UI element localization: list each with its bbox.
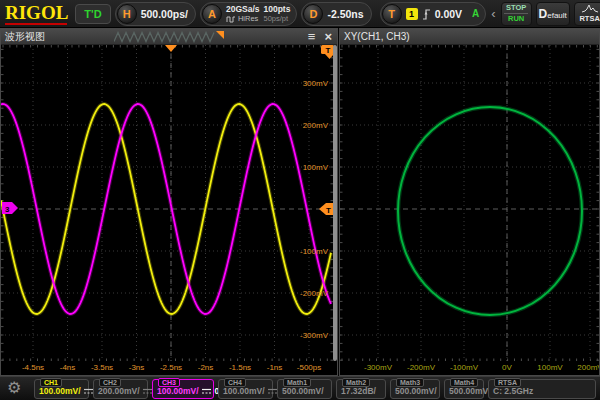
channel-box-math2[interactable]: Math217.32dB/ <box>336 379 386 399</box>
waveform-view-title: 波形视图 <box>5 30 45 44</box>
acquisition-info: 20GSa/s HiRes <box>226 5 260 23</box>
time-tick-label: -1ns <box>267 363 283 372</box>
xy-view-title: XY(CH1, CH3) <box>344 31 410 42</box>
vertical-scrollbar[interactable] <box>333 45 337 361</box>
xy-tick-label: 200mV <box>577 363 599 372</box>
xy-tick-label: -300mV <box>364 363 392 372</box>
channel-scale-value: 100.00mV/0 <box>157 386 219 396</box>
voltage-tick-label: 200mV <box>303 121 328 130</box>
channel-scale-value: 500.00mV/ <box>282 386 324 396</box>
stop-label: STOP <box>504 3 528 14</box>
delay-knob[interactable]: D <box>303 4 323 24</box>
time-tick-label: -1.5ns <box>229 363 251 372</box>
xy-tick-label: -100mV <box>450 363 478 372</box>
time-tick-label: -4ns <box>60 363 76 372</box>
xy-tick-label: 0V <box>502 363 512 372</box>
xy-view-titlebar[interactable]: XY(CH1, CH3) <box>340 29 599 45</box>
trigger-mode-badge[interactable]: A <box>472 8 484 19</box>
time-axis-labels: -4.5ns-4ns-3.5ns-3ns-2.5ns-2ns-1.5ns-1ns… <box>1 361 337 375</box>
channel-scale-value: C: 2.5GHz <box>493 386 533 396</box>
dc-coupling-icon <box>202 388 212 395</box>
voltage-tick-label: 100mV <box>303 163 328 172</box>
time-tick-label: -2ns <box>198 363 214 372</box>
channel-scale-value: 100.00mV/0 <box>223 386 285 396</box>
trigger-position-marker[interactable] <box>165 45 177 52</box>
xy-view-window: XY(CH1, CH3) -300mV-200mV-100mV0V100mV20… <box>339 28 600 376</box>
timebase-value[interactable]: 500.00ps/ <box>141 8 194 20</box>
collapse-toolbar-icon[interactable]: ‹ <box>490 6 496 21</box>
xy-tick-label: 100mV <box>537 363 562 372</box>
channel-scale-value: 17.32dB/ <box>341 386 376 396</box>
xy-tick-label: -200mV <box>407 363 435 372</box>
waveform-view-titlebar[interactable]: 波形视图 ≡ × <box>1 29 337 45</box>
delay-group[interactable]: D -2.50ns <box>301 2 371 26</box>
channel-box-ch2[interactable]: CH2200.00mV/0 <box>93 379 148 399</box>
xy-grid-area <box>340 45 599 361</box>
trigger-status-badge: T'D <box>75 4 110 24</box>
rtsa-label: RTSA <box>579 14 599 23</box>
time-tick-label: -3ns <box>129 363 145 372</box>
trigger-level-value[interactable]: 0.00V <box>435 8 468 20</box>
channel-box-rtsa[interactable]: RTSAC: 2.5GHz <box>488 379 596 399</box>
xy-trace <box>398 107 582 315</box>
svg-text:T: T <box>326 206 331 215</box>
channel-box-ch3[interactable]: CH3100.00mV/0 <box>152 379 214 399</box>
default-label: Default <box>539 7 567 21</box>
sample-rate: 20GSa/s <box>226 5 260 14</box>
channel-scale-value: 500.00mV/ <box>449 386 491 396</box>
waveform-overview-pattern <box>114 31 226 43</box>
waveform-canvas: TT3 <box>1 45 337 361</box>
time-tick-label: -500ps <box>297 363 321 372</box>
channel-scale-value: 100.00mV/0 <box>39 386 101 396</box>
run-stop-button[interactable]: STOP RUN <box>501 2 532 26</box>
overview-end-marker <box>216 31 224 39</box>
hires-waveform-icon <box>226 15 236 23</box>
spectrum-icon <box>582 4 598 13</box>
horizontal-group[interactable]: H 500.00ps/ <box>115 2 196 26</box>
waveform-view-window: 波形视图 ≡ × TT3 300mV200mV100mV-100mV-200mV… <box>0 28 338 376</box>
acquire-knob[interactable]: A <box>202 4 222 24</box>
svg-text:T: T <box>326 46 331 55</box>
rising-edge-icon[interactable] <box>422 8 431 20</box>
rigol-logo: RIGOL <box>3 2 71 25</box>
channel-box-math4[interactable]: Math4500.00mV/ <box>444 379 484 399</box>
menu-icon[interactable]: ≡ <box>308 29 316 44</box>
voltage-tick-label: 300mV <box>303 79 328 88</box>
window-icons: ≡ × <box>308 29 332 44</box>
trigger-source-badge[interactable]: 1 <box>406 8 418 20</box>
top-toolbar: RIGOL T'D H 500.00ps/ A 20GSa/s HiRes 10… <box>0 0 600 28</box>
channel-box-math3[interactable]: Math3500.00mV/ <box>390 379 440 399</box>
waveform-grid-area: TT3 300mV200mV100mV-100mV-200mV-300mV <box>1 45 337 361</box>
channel-scale-value: 500.00mV/ <box>395 386 437 396</box>
xy-canvas <box>340 45 599 361</box>
channel-status-bar: ⚙ CH1100.00mV/0CH2200.00mV/0CH3100.00mV/… <box>0 376 600 400</box>
time-tick-label: -2.5ns <box>160 363 182 372</box>
acq-mode: HiRes <box>226 15 260 23</box>
trigger-group[interactable]: T 1 0.00V A <box>380 2 487 26</box>
run-label: RUN <box>508 14 524 24</box>
acq-mode-label: HiRes <box>238 15 258 23</box>
voltage-tick-label: -300mV <box>300 331 328 340</box>
acquire-group[interactable]: A 20GSa/s HiRes 100pts 50ps/pt <box>200 2 298 26</box>
channel-box-ch4[interactable]: CH4100.00mV/0 <box>218 379 273 399</box>
voltage-tick-label: -100mV <box>300 247 328 256</box>
channel-scale-value: 200.00mV/0 <box>98 386 160 396</box>
time-tick-label: -4.5ns <box>22 363 44 372</box>
xy-axis-labels: -300mV-200mV-100mV0V100mV200mV <box>340 361 599 375</box>
memory-info: 100pts 50ps/pt <box>264 5 296 23</box>
channel-box-math1[interactable]: Math1500.00mV/ <box>277 379 332 399</box>
rtsa-button[interactable]: RTSA <box>574 2 600 26</box>
horizontal-knob[interactable]: H <box>117 4 137 24</box>
channel-box-ch1[interactable]: CH1100.00mV/0 <box>34 379 89 399</box>
delay-value[interactable]: -2.50ns <box>327 8 369 20</box>
close-icon[interactable]: × <box>324 29 332 44</box>
svg-text:3: 3 <box>5 205 10 214</box>
sample-interval: 50ps/pt <box>264 15 291 23</box>
memory-depth: 100pts <box>264 5 291 14</box>
time-tick-label: -3.5ns <box>91 363 113 372</box>
settings-gear-icon[interactable]: ⚙ <box>7 379 21 397</box>
oscilloscope-screen: RIGOL T'D H 500.00ps/ A 20GSa/s HiRes 10… <box>0 0 600 400</box>
trigger-knob[interactable]: T <box>382 4 402 24</box>
voltage-tick-label: -200mV <box>300 289 328 298</box>
default-button[interactable]: Default <box>536 2 570 26</box>
